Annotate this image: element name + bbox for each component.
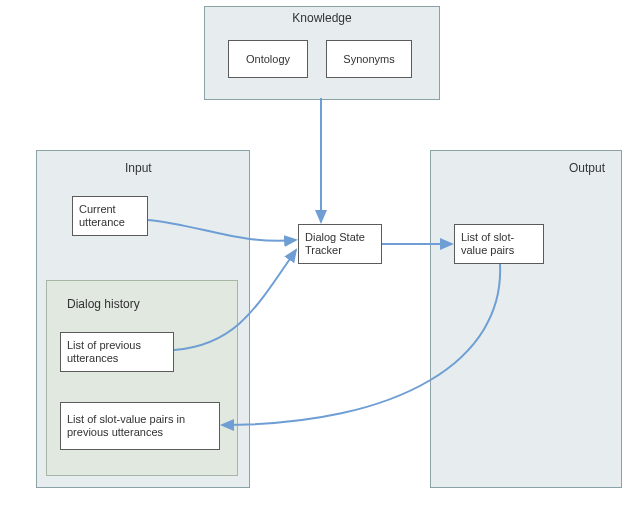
output-panel: Output [430, 150, 622, 488]
dialog-state-tracker-node: Dialog State Tracker [298, 224, 382, 264]
dialog-history-title: Dialog history [67, 297, 140, 311]
ontology-node: Ontology [228, 40, 308, 78]
output-title: Output [569, 161, 605, 175]
synonyms-node: Synonyms [326, 40, 412, 78]
current-utterance-node: Current utterance [72, 196, 148, 236]
prev-utterances-node: List of previous utterances [60, 332, 174, 372]
knowledge-title: Knowledge [205, 11, 439, 25]
input-title: Input [125, 161, 152, 175]
output-slot-values-node: List of slot-value pairs [454, 224, 544, 264]
diagram-canvas: Knowledge Ontology Synonyms Input Curren… [0, 0, 640, 518]
prev-slot-values-node: List of slot-value pairs in previous utt… [60, 402, 220, 450]
